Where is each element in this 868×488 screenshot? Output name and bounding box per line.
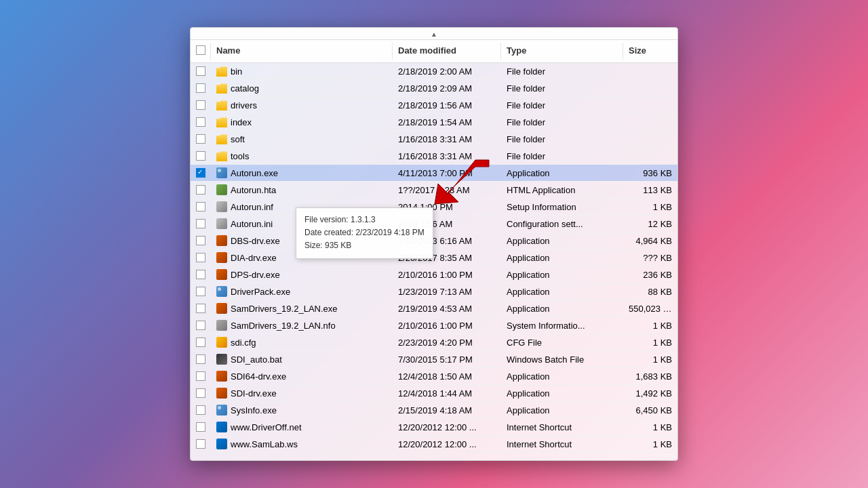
row-size: 113 KB	[623, 184, 677, 197]
table-row[interactable]: SDI_auto.bat7/30/2015 5:17 PMWindows Bat…	[191, 351, 677, 368]
folder-icon	[216, 83, 227, 94]
row-type: File folder	[501, 99, 623, 112]
table-row[interactable]: www.DriverOff.net12/20/2012 12:00 ...Int…	[191, 419, 677, 436]
row-checkbox[interactable]	[196, 422, 205, 432]
row-filename: catalog	[231, 83, 259, 94]
hta-icon	[216, 184, 227, 195]
row-date: 2/18/2019 2:09 AM	[393, 82, 501, 95]
table-row[interactable]: catalog2/18/2019 2:09 AMFile folder	[191, 80, 677, 97]
row-checkbox[interactable]	[196, 66, 205, 76]
row-type: Application	[501, 370, 623, 383]
row-date: 12/4/2018 1:50 AM	[393, 370, 501, 383]
row-checkbox[interactable]	[196, 304, 205, 313]
row-date: 2/19/2019 4:53 AM	[393, 302, 501, 315]
row-checkbox-cell	[191, 100, 211, 110]
row-name-cell: SamDrivers_19.2_LAN.exe	[211, 302, 393, 315]
row-size	[623, 104, 677, 106]
header-size[interactable]: Size	[623, 43, 677, 60]
row-checkbox[interactable]	[196, 405, 205, 415]
row-date: 7/30/2015 5:17 PM	[393, 353, 501, 366]
row-checkbox[interactable]	[196, 117, 205, 127]
row-size: 236 KB	[623, 268, 677, 281]
row-checkbox[interactable]	[196, 134, 205, 144]
row-name-cell: drivers	[211, 98, 393, 112]
row-filename: DPS-drv.exe	[231, 270, 280, 280]
row-checkbox[interactable]	[196, 202, 205, 211]
row-date: 12/20/2012 12:00 ...	[393, 438, 501, 451]
row-checkbox-cell	[191, 304, 211, 313]
row-checkbox[interactable]	[196, 253, 205, 262]
table-row[interactable]: index2/18/2019 1:54 AMFile folder	[191, 114, 677, 131]
row-checkbox[interactable]	[196, 270, 205, 279]
row-checkbox[interactable]	[196, 321, 205, 330]
table-row[interactable]: tools1/16/2018 3:31 AMFile folder	[191, 148, 677, 165]
row-type: Setup Information	[501, 201, 623, 214]
row-filename: bin	[231, 66, 242, 77]
table-row[interactable]: sdi.cfg2/23/2019 4:20 PMCFG File1 KB	[191, 334, 677, 351]
row-checkbox[interactable]	[196, 388, 205, 398]
table-row[interactable]: drivers2/18/2019 1:56 AMFile folder	[191, 97, 677, 114]
header-checkbox[interactable]	[191, 43, 211, 60]
table-row[interactable]: DPS-drv.exe2/10/2016 1:00 PMApplication2…	[191, 266, 677, 283]
row-name-cell: bin	[211, 64, 393, 78]
header-name[interactable]: Name	[211, 43, 393, 60]
row-size: 12 KB	[623, 218, 677, 230]
row-name-cell: index	[211, 115, 393, 129]
table-row[interactable]: SDI-drv.exe12/4/2018 1:44 AMApplication1…	[191, 385, 677, 402]
row-type: Internet Shortcut	[501, 438, 623, 451]
row-checkbox-cell	[191, 253, 211, 262]
table-row[interactable]: Autorun.inf2014 1:00 PMSetup Information…	[191, 199, 677, 216]
row-date: 1??/2017 7:23 AM	[393, 184, 501, 197]
select-all-checkbox[interactable]	[196, 45, 205, 55]
row-checkbox[interactable]	[196, 100, 205, 110]
row-size: 1 KB	[623, 438, 677, 451]
row-checkbox[interactable]	[196, 236, 205, 245]
row-checkbox[interactable]	[196, 185, 205, 195]
inf-icon	[216, 218, 227, 229]
table-row[interactable]: SamDrivers_19.2_LAN.exe2/19/2019 4:53 AM…	[191, 300, 677, 317]
row-checkbox[interactable]	[196, 219, 205, 228]
table-row[interactable]: Autorun.hta1??/2017 7:23 AMHTML Applicat…	[191, 182, 677, 199]
table-row[interactable]: DIA-drv.exe2/20/2017 8:35 AMApplication?…	[191, 249, 677, 266]
row-name-cell: Autorun.ini	[211, 217, 393, 230]
table-row[interactable]: SamDrivers_19.2_LAN.nfo2/10/2016 1:00 PM…	[191, 317, 677, 334]
file-list: bin2/18/2019 2:00 AMFile foldercatalog2/…	[191, 63, 677, 460]
table-row[interactable]: Autorun.ini2019 1:56 AMConfiguration set…	[191, 216, 677, 232]
row-date: 4/11/2013 7:00 PM	[393, 167, 501, 180]
table-row[interactable]: SDI64-drv.exe12/4/2018 1:50 AMApplicatio…	[191, 368, 677, 385]
table-row[interactable]: DriverPack.exe1/23/2019 7:13 AMApplicati…	[191, 283, 677, 300]
row-checkbox[interactable]	[196, 83, 205, 93]
nfo-icon	[216, 320, 227, 331]
header-date[interactable]: Date modified	[393, 43, 501, 60]
row-checkbox-cell	[191, 321, 211, 330]
row-checkbox-cell	[191, 287, 211, 296]
row-size: 1 KB	[623, 319, 677, 332]
table-row[interactable]: SysInfo.exe2/15/2019 4:18 AMApplication6…	[191, 402, 677, 419]
row-date: 2/10/2016 1:00 PM	[393, 268, 501, 281]
row-checkbox[interactable]	[196, 151, 205, 161]
row-checkbox[interactable]	[196, 371, 205, 381]
row-filename: SDI-drv.exe	[231, 388, 277, 399]
row-type: Windows Batch File	[501, 353, 623, 366]
table-row[interactable]: www.SamLab.ws12/20/2012 12:00 ...Interne…	[191, 436, 677, 453]
row-checkbox-cell	[191, 270, 211, 279]
row-checkbox[interactable]	[196, 439, 205, 449]
scroll-up-arrow[interactable]: ▲	[431, 30, 437, 38]
table-row[interactable]: Autorun.exe4/11/2013 7:00 PMApplication9…	[191, 165, 677, 182]
table-row[interactable]: DBS-drv.exe3/10/2013 6:16 AMApplication4…	[191, 232, 677, 249]
table-row[interactable]: bin2/18/2019 2:00 AMFile folder	[191, 63, 677, 80]
row-date: 2019 1:56 AM	[393, 218, 501, 230]
cfg-icon	[216, 337, 227, 348]
row-date: 12/20/2012 12:00 ...	[393, 421, 501, 434]
row-checkbox[interactable]	[196, 168, 205, 178]
row-date: 1/16/2018 3:31 AM	[393, 150, 501, 163]
row-type: File folder	[501, 150, 623, 163]
row-checkbox[interactable]	[196, 338, 205, 347]
row-checkbox[interactable]	[196, 354, 205, 364]
row-checkbox[interactable]	[196, 287, 205, 296]
row-date: 12/4/2018 1:44 AM	[393, 387, 501, 400]
header-type[interactable]: Type	[501, 43, 623, 60]
table-row[interactable]: soft1/16/2018 3:31 AMFile folder	[191, 131, 677, 148]
folder-icon	[216, 117, 227, 127]
drv-icon	[216, 235, 227, 246]
